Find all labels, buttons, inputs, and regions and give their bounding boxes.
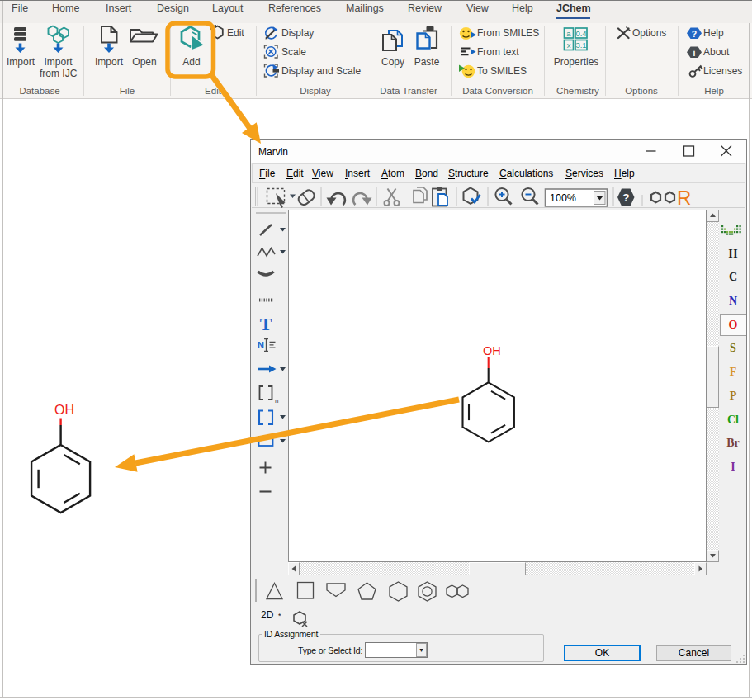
svg-text:OH: OH bbox=[54, 403, 74, 417]
svg-text:OH: OH bbox=[483, 344, 501, 357]
